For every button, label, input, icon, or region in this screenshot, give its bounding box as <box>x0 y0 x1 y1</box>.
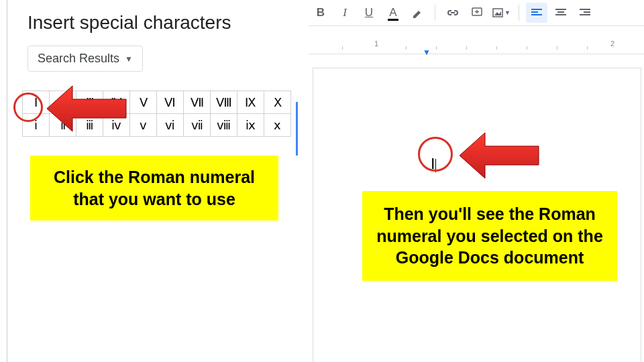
char-cell[interactable]: ⅵ <box>157 114 184 137</box>
panel-title: Insert special characters <box>7 0 305 46</box>
toolbar-separator <box>435 5 435 21</box>
char-cell[interactable]: Ⅹ <box>264 91 291 114</box>
align-center-button[interactable] <box>550 3 572 23</box>
svg-marker-0 <box>47 86 126 131</box>
align-left-button[interactable] <box>526 3 547 23</box>
inserted-character: Ⅰ <box>431 156 436 173</box>
text-cursor <box>435 159 436 172</box>
bold-button[interactable]: B <box>310 3 331 23</box>
char-cell[interactable]: Ⅰ <box>23 91 50 114</box>
char-cell[interactable]: ⅶ <box>184 114 211 137</box>
instruction-callout: Click the Roman numeral that you want to… <box>30 156 278 221</box>
svg-marker-5 <box>494 11 501 15</box>
align-right-button[interactable] <box>574 3 596 23</box>
ruler-number: 1 <box>374 40 378 48</box>
arrow-annotation <box>460 127 547 188</box>
text-color-button[interactable]: A <box>382 3 404 23</box>
search-results-dropdown[interactable]: Search Results ▼ <box>28 46 143 72</box>
chevron-down-icon: ▼ <box>504 9 511 16</box>
char-cell[interactable]: Ⅶ <box>184 91 211 114</box>
instruction-callout: Then you'll see the Roman numeral you se… <box>362 191 617 281</box>
image-button[interactable]: ▼ <box>490 3 512 23</box>
char-cell[interactable]: ⅰ <box>23 114 50 137</box>
highlight-button[interactable] <box>407 3 428 23</box>
color-indicator <box>388 19 398 21</box>
char-cell[interactable]: ⅷ <box>211 114 237 137</box>
char-cell[interactable]: ⅸ <box>237 114 264 137</box>
indent-marker-icon[interactable]: ▼ <box>423 48 431 57</box>
dropdown-label: Search Results <box>38 52 119 66</box>
char-cell[interactable]: Ⅸ <box>237 91 264 114</box>
arrow-annotation <box>47 80 134 141</box>
underline-button[interactable]: U <box>358 3 380 23</box>
format-toolbar: B I U A ▼ <box>309 0 644 26</box>
toolbar-separator <box>519 5 519 21</box>
char-cell[interactable]: Ⅷ <box>211 91 237 114</box>
grid-scrollbar[interactable] <box>296 102 298 156</box>
chevron-down-icon: ▼ <box>125 54 133 64</box>
char-cell[interactable]: ⅹ <box>264 114 291 137</box>
comment-button[interactable] <box>466 3 488 23</box>
char-cell[interactable]: Ⅵ <box>157 91 184 114</box>
link-button[interactable] <box>442 3 464 23</box>
svg-marker-15 <box>460 133 539 178</box>
ruler-number: 2 <box>610 40 614 48</box>
horizontal-ruler[interactable]: 1 ▼ 2 <box>309 34 644 54</box>
italic-button[interactable]: I <box>334 3 356 23</box>
